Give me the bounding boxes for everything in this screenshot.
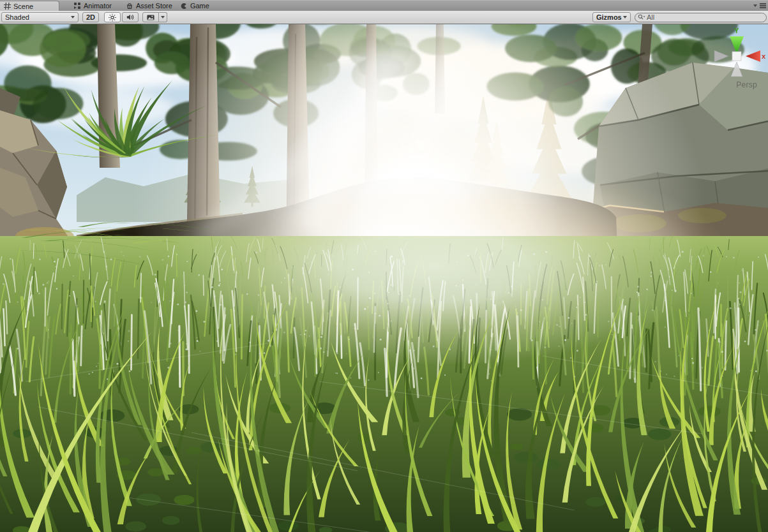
scene-render [0,24,768,532]
scene-effects-button[interactable] [142,12,159,22]
panel-menu-icon[interactable] [760,3,766,8]
tab-game[interactable]: Game [180,1,209,11]
tab-asset-store-label: Asset Store [136,2,172,10]
effects-dropdown-button[interactable] [159,12,167,22]
tab-scene[interactable]: Scene [0,1,59,11]
orientation-gizmo[interactable]: Y x [707,26,765,89]
horizon-glare [160,168,709,366]
scene-grid-icon [3,3,11,10]
asset-store-icon [126,2,133,10]
sun-icon [109,13,116,21]
tab-animator-label: Animator [84,2,112,10]
gizmo-axis-down-cone[interactable] [731,62,742,77]
game-icon [180,2,188,10]
scene-view-toolbar: Shaded 2D [0,11,768,24]
animator-icon [73,2,81,10]
scene-viewport[interactable]: Y x Persp [0,24,768,532]
tab-game-label: Game [190,2,209,10]
search-input[interactable] [647,13,762,22]
unity-editor-window: Scene Animator Asset Store [0,0,768,532]
projection-toggle[interactable]: Persp [736,80,757,89]
scene-lighting-button[interactable] [104,12,121,22]
scene-audio-button[interactable] [122,12,139,22]
tab-scene-label: Scene [13,3,33,10]
draw-mode-label: Shaded [5,13,29,21]
gizmo-y-label: Y [734,27,739,34]
panel-dropdown-icon[interactable] [753,4,757,7]
gizmos-dropdown[interactable]: Gizmos [592,12,631,22]
gizmo-axis-left-cone[interactable] [714,50,728,62]
gizmo-center-cube[interactable] [732,52,741,61]
toggle-2d-label: 2D [86,13,95,21]
panel-tab-bar: Scene Animator Asset Store [0,0,768,11]
tab-asset-store[interactable]: Asset Store [126,1,172,11]
draw-mode-dropdown[interactable]: Shaded [1,12,79,22]
search-icon [638,13,645,21]
toggle-2d-button[interactable]: 2D [82,12,99,22]
search-field[interactable] [635,13,767,22]
speaker-icon [126,13,134,21]
chevron-down-icon [71,16,75,18]
gizmos-label: Gizmos [596,13,622,21]
gizmo-x-label: x [762,52,765,60]
gizmo-axis-y-cone[interactable] [730,36,744,54]
gizmo-axis-x-cone[interactable] [746,50,760,62]
chevron-down-icon [623,16,627,18]
image-icon [147,13,154,21]
chevron-down-icon [161,16,165,18]
tab-animator[interactable]: Animator [73,1,112,11]
